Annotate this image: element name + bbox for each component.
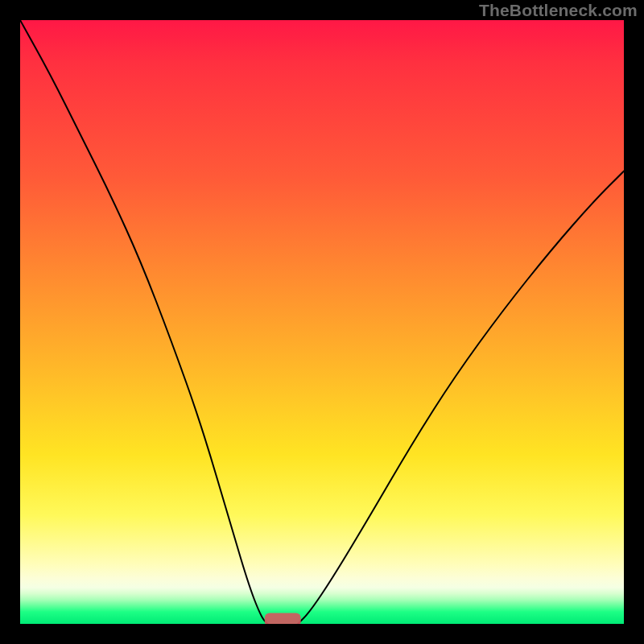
plot-canvas [20, 20, 624, 624]
optimum-marker [265, 613, 301, 625]
right-curve [298, 171, 624, 625]
left-curve [20, 20, 268, 624]
watermark-text: TheBottleneck.com [479, 1, 638, 20]
plot-area [20, 20, 624, 624]
chart-stage: TheBottleneck.com [0, 0, 644, 644]
